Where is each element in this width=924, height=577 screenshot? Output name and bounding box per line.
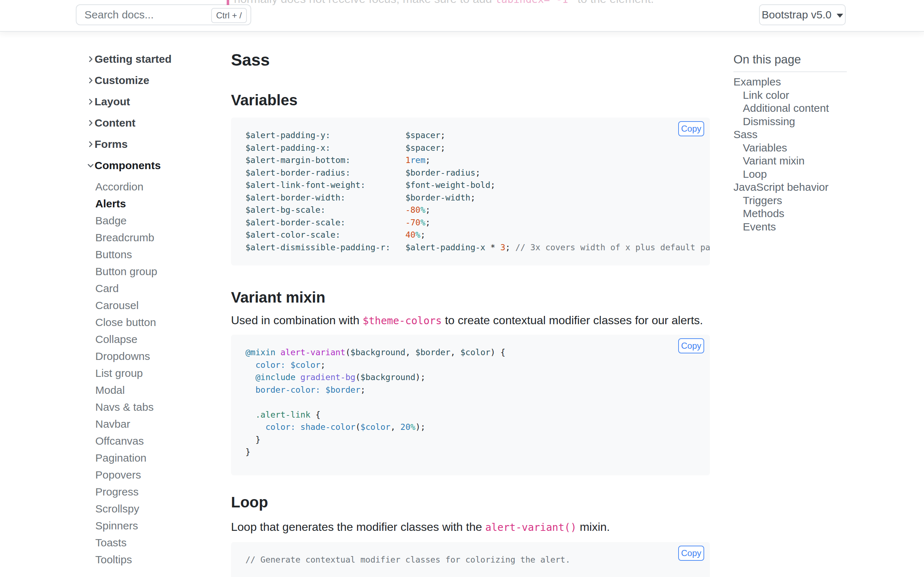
- sidebar-item-spinners[interactable]: Spinners: [95, 517, 231, 534]
- components-subnav: AccordionAlertsBadgeBreadcrumbButtonsBut…: [87, 178, 231, 568]
- sidebar-section-components[interactable]: Components: [87, 157, 231, 174]
- toc-link-sass[interactable]: Sass: [733, 128, 847, 141]
- code-block-variables: $alert-padding-y: $spacer;$alert-padding…: [231, 118, 710, 266]
- sidebar-item-collapse[interactable]: Collapse: [95, 331, 231, 348]
- toc-link-additional-content[interactable]: Additional content: [733, 102, 847, 115]
- sidebar-item-offcanvas[interactable]: Offcanvas: [95, 432, 231, 449]
- sidebar-item-dropdowns[interactable]: Dropdowns: [95, 348, 231, 364]
- sidebar-item-toasts[interactable]: Toasts: [95, 534, 231, 551]
- code-block-loop: // Generate contextual modifier classes …: [231, 542, 710, 577]
- sidebar-item-pagination[interactable]: Pagination: [95, 449, 231, 466]
- code-line: border-color: $border;: [246, 384, 710, 396]
- heading-variant-mixin: Variant mixin: [231, 289, 325, 306]
- code-line: @include gradient-bg($background);: [246, 371, 710, 384]
- sidebar-item-close-button[interactable]: Close button: [95, 314, 231, 331]
- toc-link-methods[interactable]: Methods: [733, 207, 847, 220]
- sidebar-item-accordion[interactable]: Accordion: [95, 178, 231, 195]
- sidebar-section-label: Components: [95, 160, 161, 172]
- sidebar-item-card[interactable]: Card: [95, 280, 231, 297]
- ghost-inline-code: tabindex="-1": [495, 0, 574, 5]
- toc-link-dismissing[interactable]: Dismissing: [733, 115, 847, 128]
- sidebar-section-label: Customize: [95, 74, 149, 87]
- copy-button[interactable]: Copy: [678, 121, 704, 136]
- inline-code-theme-colors: $theme-colors: [363, 315, 442, 327]
- sidebar-item-list-group[interactable]: List group: [95, 364, 231, 382]
- sidebar-item-button-group[interactable]: Button group: [95, 263, 231, 280]
- code-line: $alert-border-scale: -70%;: [246, 216, 710, 229]
- sidebar-item-navs-tabs[interactable]: Navs & tabs: [95, 398, 231, 416]
- toc-link-triggers[interactable]: Triggers: [733, 194, 847, 207]
- code-scss-variant-mixin[interactable]: @mixin alert-variant($background, $borde…: [246, 346, 710, 458]
- sidebar-section-getting-started[interactable]: Getting started: [87, 50, 231, 68]
- sidebar-item-alerts[interactable]: Alerts: [95, 195, 231, 212]
- code-line: @mixin alert-variant($background, $borde…: [246, 346, 710, 359]
- toc-link-variables[interactable]: Variables: [733, 141, 847, 155]
- toc-link-javascript-behavior[interactable]: JavaScript behavior: [733, 181, 847, 194]
- sidebar-item-progress[interactable]: Progress: [95, 483, 231, 500]
- inline-code-alert-variant: alert-variant(): [485, 521, 577, 533]
- sidebar-item-badge[interactable]: Badge: [95, 212, 231, 229]
- toc-link-variant-mixin[interactable]: Variant mixin: [733, 154, 847, 168]
- heading-variables: Variables: [231, 92, 297, 109]
- code-line: color: shade-color($color, 20%);: [246, 421, 710, 434]
- toc-link-link-color[interactable]: Link color: [733, 89, 847, 102]
- sidebar-item-popovers[interactable]: Popovers: [95, 466, 231, 483]
- sidebar-section-label: Content: [95, 117, 135, 129]
- code-scss-loop[interactable]: // Generate contextual modifier classes …: [246, 554, 710, 566]
- bootstrap-docs-page: normally does not receive focus, make su…: [0, 0, 924, 577]
- code-line: $alert-padding-y: $spacer;: [246, 129, 710, 142]
- sidebar-nav: Getting startedCustomizeLayoutContentFor…: [87, 50, 231, 568]
- code-line: $alert-border-width: $border-width;: [246, 192, 710, 204]
- sidebar-item-tooltips[interactable]: Tooltips: [95, 551, 231, 568]
- paragraph-loop: Loop that generates the modifier classes…: [231, 518, 610, 536]
- code-line: $alert-padding-x: $spacer;: [246, 142, 710, 154]
- code-line: }: [246, 446, 710, 458]
- code-line: $alert-margin-bottom: 1rem;: [246, 154, 710, 167]
- caret-down-icon: [837, 14, 843, 18]
- heading-loop: Loop: [231, 494, 268, 511]
- sidebar-section-label: Getting started: [95, 53, 171, 65]
- sidebar-item-scrollspy[interactable]: Scrollspy: [95, 500, 231, 517]
- chevron-right-icon: [87, 119, 95, 127]
- paragraph-variant-mixin: Used in combination with $theme-colors t…: [231, 311, 703, 330]
- sidebar-item-buttons[interactable]: Buttons: [95, 246, 231, 263]
- toc-link-loop[interactable]: Loop: [733, 168, 847, 181]
- code-line: $alert-dismissible-padding-r: $alert-pad…: [246, 241, 710, 254]
- search-shortcut-hint: Ctrl + /: [211, 8, 247, 23]
- sidebar-section-forms[interactable]: Forms: [87, 135, 231, 153]
- code-scss-variables[interactable]: $alert-padding-y: $spacer;$alert-padding…: [246, 129, 710, 253]
- chevron-right-icon: [87, 140, 95, 148]
- sidebar-item-breadcrumb[interactable]: Breadcrumb: [95, 229, 231, 246]
- page-title: Sass: [231, 50, 270, 69]
- code-line: [246, 396, 710, 409]
- code-line: .alert-link {: [246, 409, 710, 421]
- ghost-text-before: normally does not receive focus, make su…: [234, 0, 495, 5]
- code-line: $alert-bg-scale: -80%;: [246, 204, 710, 216]
- sidebar-item-carousel[interactable]: Carousel: [95, 297, 231, 314]
- code-line: $alert-color-scale: 40%;: [246, 229, 710, 241]
- copy-button[interactable]: Copy: [678, 338, 704, 353]
- code-line: $alert-border-radius: $border-radius;: [246, 167, 710, 179]
- chevron-right-icon: [87, 76, 95, 84]
- chevron-right-icon: [87, 98, 95, 106]
- sidebar-section-content[interactable]: Content: [87, 114, 231, 132]
- copy-button[interactable]: Copy: [678, 546, 704, 561]
- sidebar-item-navbar[interactable]: Navbar: [95, 416, 231, 432]
- chevron-down-icon: [87, 161, 95, 169]
- version-dropdown-button[interactable]: Bootstrap v5.0: [759, 4, 846, 25]
- toc-link-examples[interactable]: Examples: [733, 76, 847, 89]
- code-block-variant-mixin: @mixin alert-variant($background, $borde…: [231, 335, 710, 475]
- toc-heading: On this page: [733, 53, 847, 66]
- sidebar-section-customize[interactable]: Customize: [87, 72, 231, 89]
- code-line: $alert-link-font-weight: $font-weight-bo…: [246, 179, 710, 192]
- code-line: color: $color;: [246, 359, 710, 371]
- ghost-code-fragment: [227, 0, 229, 5]
- toc-link-events[interactable]: Events: [733, 220, 847, 234]
- sidebar-item-modal[interactable]: Modal: [95, 382, 231, 398]
- code-line: }: [246, 434, 710, 446]
- sidebar-section-label: Layout: [95, 95, 130, 108]
- version-label: Bootstrap v5.0: [762, 9, 831, 21]
- toc-list: ExamplesLink colorAdditional contentDism…: [733, 72, 847, 233]
- sidebar-section-layout[interactable]: Layout: [87, 93, 231, 110]
- code-line: // Generate contextual modifier classes …: [246, 554, 710, 566]
